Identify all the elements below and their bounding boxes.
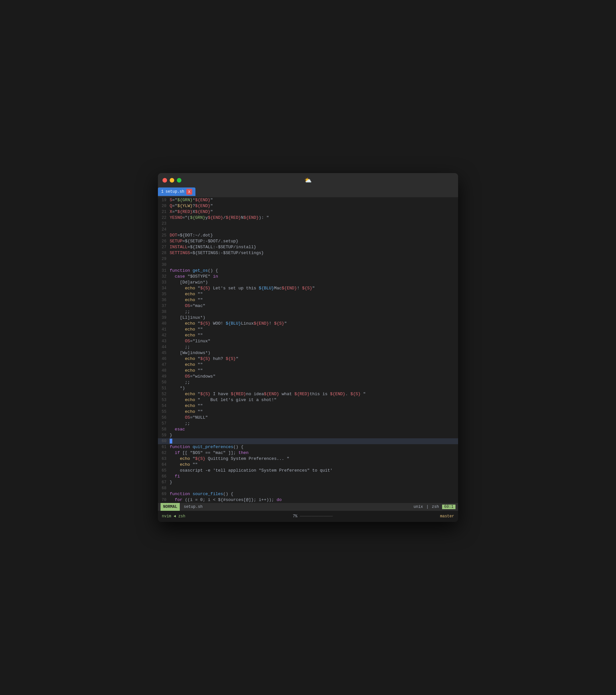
token-var: ${END} [330, 392, 346, 396]
token-norm: "$OSTYPE" [185, 274, 213, 279]
token-blu: ${BLU} [259, 286, 274, 291]
code-line-43: 43 OS="linux" [158, 338, 458, 344]
line-content: } [170, 433, 172, 438]
line-number: 50 [158, 379, 170, 385]
code-line-50: 50 ;; [158, 379, 458, 385]
tmux-progress: 7% ────────────── [293, 514, 333, 519]
token-var: OS [185, 303, 190, 308]
line-number: 48 [158, 368, 170, 374]
token-cmd: echo [185, 368, 195, 373]
code-line-20: 20Q="${YLW}?${END}" [158, 203, 458, 209]
code-line-21: 21X="${RED}X${END}" [158, 209, 458, 215]
token-var: ${S} [200, 356, 210, 361]
code-line-38: 38 ;; [158, 309, 458, 315]
token-var: ${END} [208, 215, 223, 220]
code-line-54: 54 echo "" [158, 403, 458, 409]
tab-close-button[interactable]: X [186, 189, 192, 194]
token-var: ${S} [200, 392, 210, 396]
token-cmd: echo [185, 397, 195, 402]
line-content: [Dd]arwin*) [170, 279, 208, 286]
line-content: function source_files() { [170, 491, 233, 497]
code-line-62: 62 if [[ "$OS" == "mac" ]]; then [158, 450, 458, 456]
line-content: echo "" [170, 291, 203, 297]
token-kw: fi [175, 474, 180, 479]
line-number: 29 [158, 256, 170, 262]
token-norm: " [360, 392, 366, 396]
line-number: 65 [158, 468, 170, 474]
line-number: 38 [158, 309, 170, 315]
token-norm: =${INSTALL:-$SETUP/install} [188, 244, 257, 250]
line-content: echo "${S} huh? ${S}" [170, 356, 239, 362]
code-line-30: 30 [158, 262, 458, 268]
token-kw: esac [175, 427, 185, 432]
line-content: ;; [170, 309, 190, 315]
line-number: 70 [158, 497, 170, 503]
maximize-button[interactable] [177, 178, 181, 183]
line-number: 19 [158, 197, 170, 203]
token-norm: () { [233, 444, 243, 450]
token-norm: ): " [259, 215, 269, 220]
line-content: S="${GRN}*${END}" [170, 197, 213, 203]
code-line-68: 68 [158, 485, 458, 491]
code-line-63: 63 echo "${S} Quitting System Preference… [158, 456, 458, 462]
token-norm: Mac [274, 286, 282, 291]
line-number: 44 [158, 344, 170, 350]
line-content: echo "" [170, 403, 203, 409]
token-norm: =" [172, 203, 177, 208]
token-kw: function [170, 268, 193, 273]
token-norm: ;; [170, 344, 190, 350]
line-content: echo "" [170, 368, 203, 374]
token-norm [170, 474, 175, 479]
token-norm: huh? [210, 356, 226, 361]
token-norm: " [210, 209, 213, 214]
line-content: SETUP=${SETUP:-$DOT/.setup} [170, 238, 239, 244]
code-line-42: 42 echo "" [158, 333, 458, 338]
token-cmd: echo [185, 403, 195, 408]
code-line-24: 24 [158, 227, 458, 233]
tmux-progressbar: ────────────── [300, 514, 333, 519]
close-button[interactable] [162, 178, 167, 183]
token-norm [170, 468, 180, 473]
token-norm: [Ww]indows*) [170, 351, 210, 355]
token-kw: then [239, 451, 249, 455]
line-number: 62 [158, 450, 170, 456]
token-norm: " [284, 321, 287, 326]
token-norm [170, 292, 185, 296]
code-line-67: 67} [158, 479, 458, 485]
line-number: 34 [158, 286, 170, 291]
token-norm [170, 321, 185, 326]
token-cmd: echo [185, 327, 195, 332]
token-norm: X [193, 209, 195, 214]
token-norm: what [279, 392, 295, 396]
token-blu: ${BLU} [226, 321, 241, 326]
line-number: 60 [158, 438, 170, 444]
line-content: X="${RED}X${END}" [170, 209, 213, 215]
line-content: YESNO="(${GRN}y${END}/${RED}N${END}): " [170, 215, 269, 221]
code-line-40: 40 echo "${S} WOO! ${BLU}Linux${END}! ${… [158, 321, 458, 327]
token-cmd: echo [185, 333, 195, 338]
token-norm: / [223, 215, 226, 220]
minimize-button[interactable] [170, 178, 174, 183]
token-norm [170, 456, 180, 461]
token-norm: "" [195, 362, 203, 367]
token-var: ${RED} [231, 392, 246, 396]
tab-filename: setup.sh [165, 189, 184, 194]
token-cmd: echo [185, 362, 195, 367]
line-content: ;; [170, 344, 190, 350]
code-line-44: 44 ;; [158, 344, 458, 350]
code-line-70: 70 for ((i = 0; i < ${#sources[@]}; i++)… [158, 497, 458, 503]
token-norm: () { [223, 492, 233, 496]
line-number: 25 [158, 233, 170, 238]
token-var: ${S} [350, 392, 360, 396]
code-line-51: 51 *) [158, 385, 458, 391]
vim-mode: NORMAL [160, 503, 180, 511]
line-content: echo "" [170, 409, 203, 415]
line-number: 26 [158, 238, 170, 244]
token-norm: " [210, 198, 213, 203]
token-cmd: echo [180, 462, 190, 467]
token-norm [170, 409, 185, 414]
file-tab[interactable]: 1 setup.sh X [158, 187, 195, 196]
token-norm: ! [269, 321, 274, 326]
token-cmd: echo [185, 298, 195, 302]
token-norm: =${SETTINGS:-$SETUP/settings} [190, 251, 264, 255]
